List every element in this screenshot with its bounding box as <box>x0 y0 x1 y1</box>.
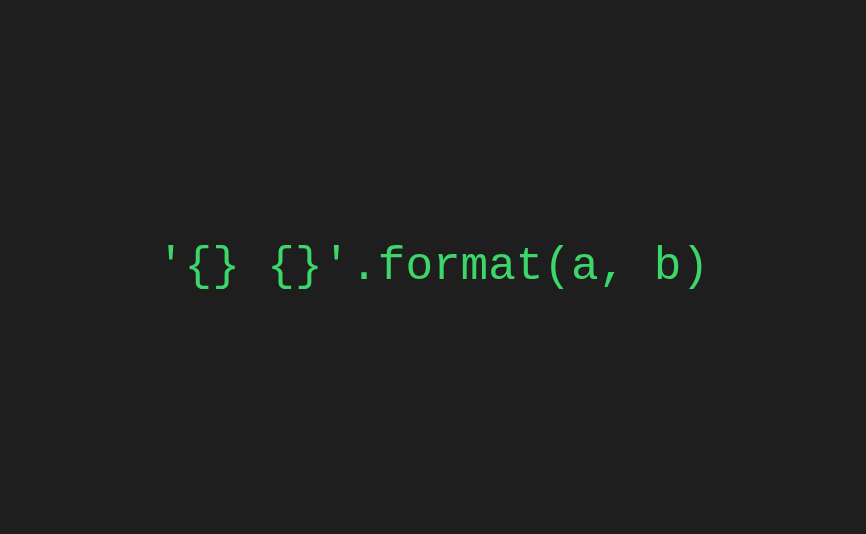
code-snippet: '{} {}'.format(a, b) <box>157 241 709 293</box>
